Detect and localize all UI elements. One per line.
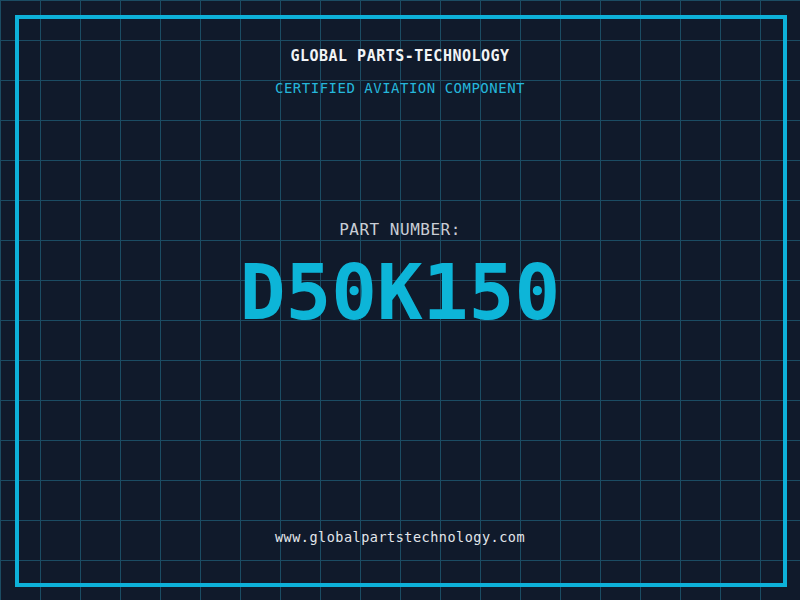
certification-line: CERTIFIED AVIATION COMPONENT	[0, 80, 800, 96]
component-display-screen: GLOBAL PARTS-TECHNOLOGY CERTIFIED AVIATI…	[0, 0, 800, 600]
website-url: www.globalpartstechnology.com	[0, 529, 800, 546]
company-name: GLOBAL PARTS-TECHNOLOGY	[0, 48, 800, 65]
part-number-label: PART NUMBER:	[0, 221, 800, 239]
part-number-value: D50K150	[0, 248, 800, 338]
